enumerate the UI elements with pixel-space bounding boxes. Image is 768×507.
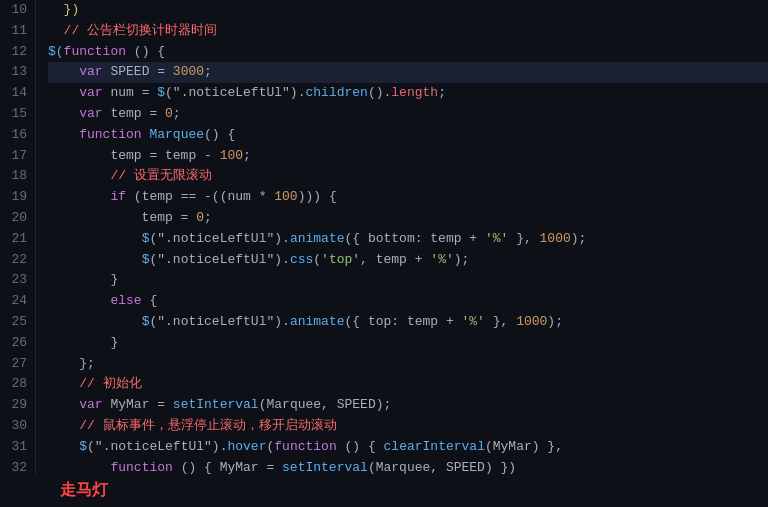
code-line: temp = temp - 100; — [48, 146, 768, 167]
code-line: $(".noticeLeftUl").animate({ top: temp +… — [48, 312, 768, 333]
code-line: $(function () { — [48, 42, 768, 63]
token — [48, 312, 142, 333]
token: $ — [142, 229, 150, 250]
line-number: 28 — [4, 374, 27, 395]
token — [48, 62, 79, 83]
token: ); — [454, 250, 470, 271]
code-line: var SPEED = 3000; — [48, 62, 768, 83]
code-line: var MyMar = setInterval(Marquee, SPEED); — [48, 395, 768, 416]
line-numbers: 1011121314151617181920212223242526272829… — [0, 0, 36, 474]
token: animate — [290, 229, 345, 250]
token: var — [79, 83, 102, 104]
token: 0 — [165, 104, 173, 125]
token — [48, 83, 79, 104]
line-number: 23 — [4, 270, 27, 291]
token: animate — [290, 312, 345, 333]
code-line: } — [48, 270, 768, 291]
token: } — [48, 333, 118, 354]
token: $ — [142, 250, 150, 271]
token: '%' — [462, 312, 485, 333]
token: ( — [266, 437, 274, 458]
token: num = — [103, 83, 158, 104]
token — [48, 250, 142, 271]
token: , temp + — [360, 250, 430, 271]
token: temp = temp - — [48, 146, 220, 167]
token: (Marquee, SPEED); — [259, 395, 392, 416]
token — [48, 229, 142, 250]
token: var — [79, 395, 102, 416]
token: (".noticeLeftUl"). — [149, 229, 289, 250]
code-line: temp = 0; — [48, 208, 768, 229]
token: // 初始化 — [48, 374, 142, 395]
line-number: 22 — [4, 250, 27, 271]
code-line: // 鼠标事件，悬浮停止滚动，移开启动滚动 — [48, 416, 768, 437]
token: temp = — [48, 208, 196, 229]
code-editor: 1011121314151617181920212223242526272829… — [0, 0, 768, 507]
token: 3000 — [173, 62, 204, 83]
line-number: 17 — [4, 146, 27, 167]
token: 1000 — [516, 312, 547, 333]
line-number: 29 — [4, 395, 27, 416]
line-number: 12 — [4, 42, 27, 63]
token: else — [110, 291, 141, 312]
token: setInterval — [282, 458, 368, 474]
token: clearInterval — [384, 437, 485, 458]
token: (".noticeLeftUl"). — [165, 83, 305, 104]
token: ; — [204, 62, 212, 83]
token: children — [305, 83, 367, 104]
token — [48, 104, 79, 125]
token: Marquee — [149, 125, 204, 146]
line-number: 26 — [4, 333, 27, 354]
code-line: else { — [48, 291, 768, 312]
token: function — [64, 42, 126, 63]
token — [142, 125, 150, 146]
token: $ — [157, 83, 165, 104]
token — [48, 125, 79, 146]
token: '%' — [430, 250, 453, 271]
token: (".noticeLeftUl"). — [149, 250, 289, 271]
token: var — [79, 62, 102, 83]
token: }, — [508, 229, 539, 250]
token: function — [110, 458, 172, 474]
token: ))) { — [298, 187, 337, 208]
token: } — [48, 270, 118, 291]
token: $( — [48, 42, 64, 63]
token: ; — [438, 83, 446, 104]
token: () { — [337, 437, 384, 458]
token: hover — [227, 437, 266, 458]
code-line: }) — [48, 0, 768, 21]
code-line: // 初始化 — [48, 374, 768, 395]
line-number: 27 — [4, 354, 27, 375]
code-line: var num = $(".noticeLeftUl").children().… — [48, 83, 768, 104]
token: (".noticeLeftUl"). — [87, 437, 227, 458]
token: function — [274, 437, 336, 458]
code-line: // 公告栏切换计时器时间 — [48, 21, 768, 42]
code-content[interactable]: }) // 公告栏切换计时器时间$(function () { var SPEE… — [36, 0, 768, 474]
line-number: 31 — [4, 437, 27, 458]
line-number: 25 — [4, 312, 27, 333]
line-number: 13 — [4, 62, 27, 83]
token: () { — [126, 42, 165, 63]
token: ); — [571, 229, 587, 250]
token: ({ bottom: temp + — [344, 229, 484, 250]
code-line: function Marquee() { — [48, 125, 768, 146]
token: length — [391, 83, 438, 104]
token: () { — [204, 125, 235, 146]
code-line: var temp = 0; — [48, 104, 768, 125]
line-number: 30 — [4, 416, 27, 437]
token — [48, 0, 64, 21]
bottom-label: 走马灯 — [0, 474, 768, 507]
line-number: 16 — [4, 125, 27, 146]
token — [48, 187, 110, 208]
code-line: $(".noticeLeftUl").hover(function () { c… — [48, 437, 768, 458]
token: MyMar = — [103, 395, 173, 416]
token: (".noticeLeftUl"). — [149, 312, 289, 333]
line-number: 32 — [4, 458, 27, 474]
token: (Marquee, SPEED) }) — [368, 458, 516, 474]
line-number: 11 — [4, 21, 27, 42]
token: ; — [204, 208, 212, 229]
token: }) — [64, 0, 80, 21]
token: // 设置无限滚动 — [48, 166, 212, 187]
token — [48, 291, 110, 312]
code-line: }; — [48, 354, 768, 375]
